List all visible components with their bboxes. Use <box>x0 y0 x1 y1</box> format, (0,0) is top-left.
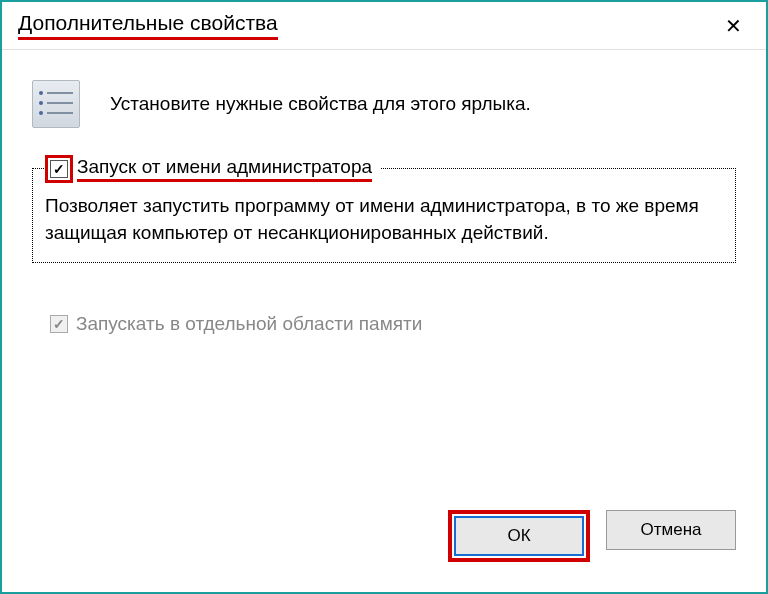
dialog-window: Дополнительные свойства ✕ Установите нуж… <box>0 0 768 594</box>
button-row: ОК Отмена <box>448 510 766 562</box>
run-as-admin-description: Позволяет запустить программу от имени а… <box>45 193 723 246</box>
separate-memory-label: Запускать в отдельной области памяти <box>76 313 422 335</box>
checkbox-highlight <box>45 155 73 183</box>
dialog-content: Установите нужные свойства для этого ярл… <box>2 50 766 335</box>
instruction-text: Установите нужные свойства для этого ярл… <box>110 93 531 115</box>
separate-memory-option: Запускать в отдельной области памяти <box>32 313 736 335</box>
ok-button-highlight: ОК <box>448 510 590 562</box>
properties-icon <box>32 80 80 128</box>
ok-button[interactable]: ОК <box>454 516 584 556</box>
close-icon[interactable]: ✕ <box>717 10 750 42</box>
titlebar: Дополнительные свойства ✕ <box>2 2 766 50</box>
separate-memory-checkbox <box>50 315 68 333</box>
run-as-admin-checkbox[interactable] <box>50 160 68 178</box>
run-as-admin-group: Запуск от имени администратора Позволяет… <box>32 168 736 263</box>
run-as-admin-header: Запуск от имени администратора <box>45 155 380 183</box>
header-row: Установите нужные свойства для этого ярл… <box>32 80 736 128</box>
dialog-title: Дополнительные свойства <box>18 11 278 40</box>
cancel-button[interactable]: Отмена <box>606 510 736 550</box>
run-as-admin-label[interactable]: Запуск от имени администратора <box>77 156 372 182</box>
